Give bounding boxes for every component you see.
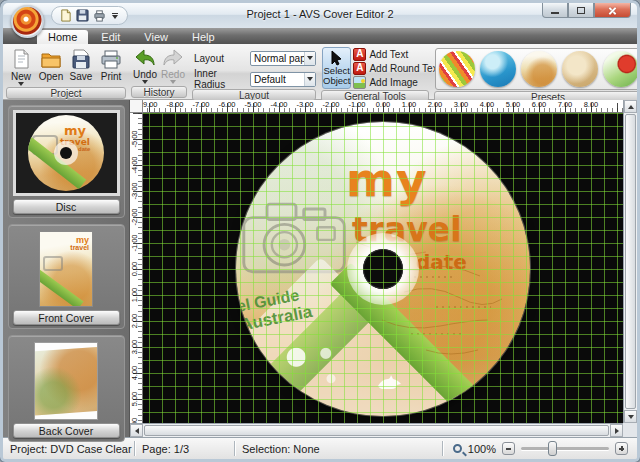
- horizontal-scrollbar[interactable]: [130, 423, 623, 437]
- preset-thumbnail-sand-map[interactable]: [562, 51, 598, 87]
- back-cover-thumbnail: [34, 342, 98, 420]
- app-logo-icon[interactable]: [11, 5, 44, 38]
- status-selection: Selection: None: [235, 443, 442, 455]
- disc-title-line1: my: [346, 152, 428, 207]
- maximize-button[interactable]: [568, 3, 594, 18]
- canvas-area: -9.00 -8.00 -7.00 -6.00 -5.00 -4.00 -3.0…: [130, 100, 637, 437]
- add-round-text-button[interactable]: A Add Round Text: [353, 61, 440, 75]
- horizontal-scroll-thumb[interactable]: [144, 425, 609, 436]
- layout-field-label: Layout: [192, 53, 250, 64]
- tab-help[interactable]: Help: [181, 30, 226, 44]
- scroll-up-arrow-icon[interactable]: [624, 100, 637, 113]
- kangaroo-icon: [376, 370, 402, 390]
- zoom-slider[interactable]: [521, 447, 609, 450]
- add-text-icon: A: [353, 48, 366, 61]
- disc-thumbnail: my travel date: [13, 110, 120, 196]
- add-image-icon: [353, 76, 366, 89]
- disc-title-line3: date: [416, 250, 467, 274]
- menu-tab-bar: Home Edit View Help: [3, 28, 637, 44]
- disc-design[interactable]: my travel date el Guide Australia: [236, 122, 530, 416]
- tab-view[interactable]: View: [133, 30, 179, 44]
- vertical-scroll-thumb[interactable]: [625, 114, 636, 409]
- undo-button[interactable]: Undo: [131, 46, 159, 84]
- ruler-corner: [130, 100, 143, 113]
- zoom-out-button[interactable]: [502, 442, 515, 455]
- group-label-history: History: [131, 86, 187, 98]
- redo-arrow-icon: [161, 48, 185, 68]
- save-button[interactable]: Save: [66, 46, 96, 82]
- new-button[interactable]: New: [6, 46, 36, 86]
- status-page: Page: 1/3: [135, 443, 234, 455]
- disc-center-hole: [363, 249, 403, 289]
- app-window: Project 1 - AVS Cover Editor 2 Home Edit…: [0, 0, 640, 462]
- select-object-button[interactable]: Select Object: [322, 47, 351, 89]
- minimize-button[interactable]: [542, 3, 568, 18]
- new-dropdown-icon: [18, 82, 24, 86]
- redo-dropdown-icon: [170, 80, 176, 84]
- preset-thumbnail-my-travel[interactable]: [521, 51, 557, 87]
- group-general-tools: Select Object A Add Text A Add Round Tex…: [320, 46, 430, 98]
- group-history: Undo Redo History: [130, 46, 188, 98]
- ribbon: New Open Save Print Project: [3, 44, 637, 100]
- zoom-slider-thumb[interactable]: [548, 441, 557, 456]
- title-bar: Project 1 - AVS Cover Editor 2: [3, 3, 637, 28]
- add-text-button[interactable]: A Add Text: [353, 47, 440, 61]
- preset-thumbnail-new-year[interactable]: [603, 51, 639, 87]
- add-image-button[interactable]: Add Image: [353, 75, 440, 89]
- save-disk-icon: [70, 48, 92, 70]
- scroll-left-arrow-icon[interactable]: [130, 424, 143, 437]
- tab-home[interactable]: Home: [37, 30, 88, 44]
- new-icon: [10, 48, 32, 70]
- zoom-in-button[interactable]: [615, 442, 628, 455]
- vertical-scrollbar[interactable]: [623, 100, 637, 423]
- sidebar-item-back-cover[interactable]: Back Cover: [8, 335, 125, 442]
- group-label-project: Project: [6, 87, 126, 99]
- group-layout: Layout Normal paper Inner Radius Default…: [191, 46, 317, 98]
- tab-edit[interactable]: Edit: [90, 30, 131, 44]
- open-icon: [40, 48, 62, 70]
- vertical-ruler: -5.00 -4.00 -3.00 -2.00 -1.00 0.00 1.00 …: [130, 113, 143, 423]
- status-project: Project: DVD Case Clear: [3, 443, 134, 455]
- magnifier-icon: [453, 444, 462, 453]
- window-controls: [542, 3, 631, 18]
- sidebar-label-front-cover: Front Cover: [13, 310, 120, 325]
- sidebar-item-disc[interactable]: my travel date Disc: [8, 105, 125, 218]
- sidebar-item-front-cover[interactable]: my travel Front Cover: [8, 224, 125, 329]
- open-button[interactable]: Open: [36, 46, 66, 82]
- zoom-controls: 100%: [443, 442, 637, 455]
- scroll-right-arrow-icon[interactable]: [610, 424, 623, 437]
- print-button[interactable]: Print: [96, 46, 126, 82]
- design-canvas[interactable]: my travel date el Guide Australia: [143, 113, 623, 423]
- printer-icon: [100, 48, 122, 70]
- scroll-down-arrow-icon[interactable]: [624, 410, 637, 423]
- group-presets: Presets: [433, 46, 640, 98]
- undo-arrow-icon: [133, 48, 157, 68]
- horizontal-ruler: -9.00 -8.00 -7.00 -6.00 -5.00 -4.00 -3.0…: [143, 100, 623, 113]
- preset-thumbnail-blue-water[interactable]: [480, 51, 516, 87]
- front-cover-thumbnail: my travel: [39, 231, 93, 307]
- close-button[interactable]: [594, 3, 631, 18]
- preset-thumbnail-stripes[interactable]: [439, 51, 475, 87]
- cursor-arrow-icon: [329, 50, 345, 66]
- zoom-value: 100%: [468, 443, 496, 455]
- chevron-down-icon: [304, 52, 315, 65]
- sidebar-label-disc: Disc: [13, 199, 120, 214]
- undo-dropdown-icon: [142, 80, 148, 84]
- inner-radius-field-label: Inner Radius: [192, 68, 250, 90]
- sidebar-label-back-cover: Back Cover: [13, 423, 120, 438]
- presets-list: [435, 48, 640, 90]
- add-round-text-icon: A: [353, 62, 366, 75]
- chevron-down-icon: [304, 73, 315, 86]
- inner-radius-select[interactable]: Default: [250, 72, 316, 87]
- layout-select[interactable]: Normal paper: [250, 51, 316, 66]
- redo-button[interactable]: Redo: [159, 46, 187, 84]
- main-area: my travel date Disc my travel Front Cove…: [3, 100, 637, 437]
- pages-sidebar: my travel date Disc my travel Front Cove…: [3, 100, 130, 437]
- group-project: New Open Save Print Project: [5, 46, 127, 98]
